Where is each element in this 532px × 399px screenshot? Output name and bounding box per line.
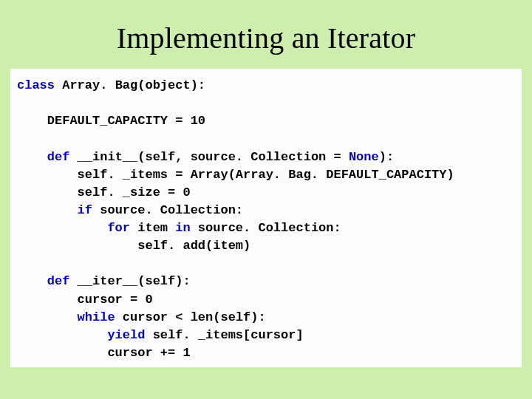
while-tail: cursor < len(self): xyxy=(115,310,266,324)
kw-none: None xyxy=(349,150,379,164)
for-body: self. add(item) xyxy=(17,239,250,253)
for-tail: source. Collection: xyxy=(191,221,341,235)
if-tail: source. Collection: xyxy=(92,203,243,217)
iter-body-cursor: cursor = 0 xyxy=(17,293,153,307)
init-signature-b: ): xyxy=(379,150,394,164)
code-block: class Array. Bag(object): DEFAULT_CAPACI… xyxy=(17,77,515,362)
iter-body-incr: cursor += 1 xyxy=(17,346,191,360)
kw-def-init: def xyxy=(17,150,69,164)
init-body-items: self. _items = Array(Array. Bag. DEFAULT… xyxy=(17,168,454,182)
for-mid: item xyxy=(130,221,175,235)
line-default-capacity: DEFAULT_CAPACITY = 10 xyxy=(17,114,205,128)
kw-for: for xyxy=(17,221,130,235)
slide: Implementing an Iterator class Array. Ba… xyxy=(0,0,532,399)
kw-class: class xyxy=(17,78,55,92)
iter-signature: __iter__(self): xyxy=(69,274,190,288)
kw-if: if xyxy=(17,203,92,217)
init-signature-a: __init__(self, source. Collection = xyxy=(69,150,348,164)
init-body-size: self. _size = 0 xyxy=(17,185,191,200)
code-box: class Array. Bag(object): DEFAULT_CAPACI… xyxy=(10,69,522,367)
kw-def-iter: def xyxy=(17,274,69,288)
class-signature: Array. Bag(object): xyxy=(55,78,205,92)
page-title: Implementing an Iterator xyxy=(0,0,532,69)
yield-tail: self. _items[cursor] xyxy=(145,328,303,342)
kw-in: in xyxy=(175,221,190,235)
kw-yield: yield xyxy=(17,328,145,342)
kw-while: while xyxy=(17,310,115,324)
